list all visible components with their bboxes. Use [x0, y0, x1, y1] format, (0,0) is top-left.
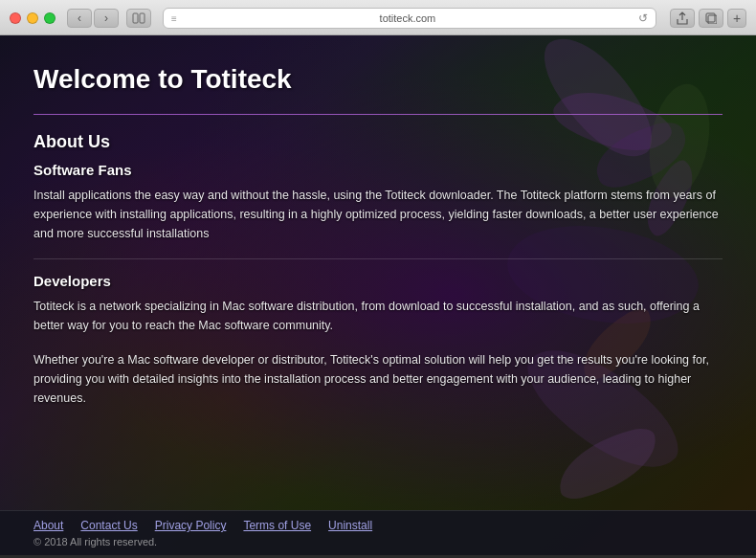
reader-button[interactable] [126, 9, 151, 28]
svg-rect-1 [140, 13, 145, 23]
developers-text-2: Whether you're a Mac software developer … [33, 350, 723, 408]
back-button[interactable]: ‹ [67, 9, 92, 28]
software-fans-text: Install applications the easy way and wi… [33, 186, 723, 243]
about-link[interactable]: About [33, 519, 63, 532]
title-divider [33, 114, 723, 115]
software-fans-heading: Software Fans [33, 162, 723, 178]
address-text: totiteck.com [183, 12, 633, 24]
share-button[interactable] [670, 9, 695, 28]
new-tab-button[interactable] [699, 9, 723, 28]
privacy-link[interactable]: Privacy Policy [155, 519, 227, 532]
browser-content: Welcome to Totiteck About Us Software Fa… [0, 35, 756, 555]
nav-buttons: ‹ › [67, 9, 119, 28]
page-title: Welcome to Totiteck [33, 64, 723, 95]
uninstall-link[interactable]: Uninstall [328, 519, 372, 532]
maximize-button[interactable] [44, 12, 56, 24]
minimize-button[interactable] [27, 12, 38, 24]
about-heading: About Us [33, 132, 723, 152]
svg-rect-2 [706, 13, 715, 22]
reload-button[interactable]: ↺ [638, 11, 648, 25]
traffic-lights [10, 12, 56, 24]
toolbar-right: + [670, 9, 746, 28]
footer: About Contact Us Privacy Policy Terms of… [0, 510, 756, 555]
browser-chrome: ‹ › ≡ totiteck.com ↺ + [0, 0, 756, 35]
close-button[interactable] [10, 12, 21, 24]
lock-icon: ≡ [171, 13, 177, 24]
page-content: Welcome to Totiteck About Us Software Fa… [0, 35, 756, 498]
footer-links: About Contact Us Privacy Policy Terms of… [33, 519, 723, 532]
terms-link[interactable]: Terms of Use [243, 519, 311, 532]
developers-heading: Developers [33, 273, 723, 289]
svg-rect-0 [133, 13, 138, 23]
address-bar[interactable]: ≡ totiteck.com ↺ [163, 8, 656, 29]
add-tab-button[interactable]: + [727, 9, 746, 28]
contact-link[interactable]: Contact Us [80, 519, 137, 532]
forward-button[interactable]: › [94, 9, 119, 28]
developers-text-1: Totiteck is a network specializing in Ma… [33, 297, 723, 335]
section-divider [33, 258, 723, 259]
svg-rect-3 [708, 15, 717, 24]
copyright-text: © 2018 All rights reserved. [33, 536, 723, 547]
